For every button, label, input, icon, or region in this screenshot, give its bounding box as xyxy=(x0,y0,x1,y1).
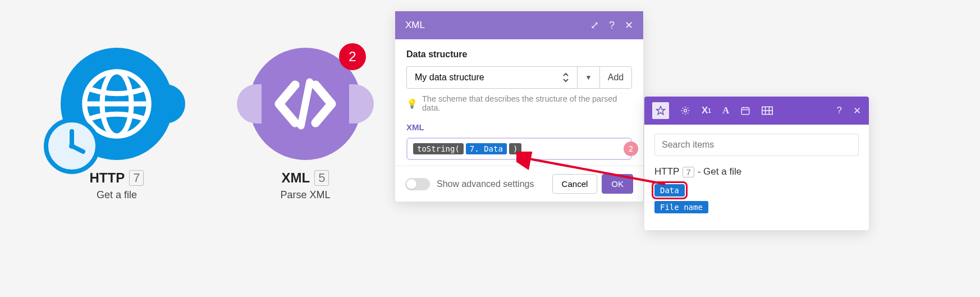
module-subtitle: Parse XML xyxy=(249,189,361,201)
svg-point-6 xyxy=(69,143,75,149)
ok-button[interactable]: OK xyxy=(602,174,633,194)
code-icon xyxy=(269,67,342,140)
source-app: HTTP xyxy=(654,166,679,177)
ds-selected-value: My data structure xyxy=(415,72,484,83)
ds-dropdown-button[interactable]: ▼ xyxy=(577,66,599,89)
badge-count: 2 xyxy=(339,43,366,70)
module-index: 5 xyxy=(314,170,329,186)
expr-badge: 2 xyxy=(624,141,638,156)
panel-mapper: X1 A ? ✕ HTTP 7 - Get a file Data File n… xyxy=(644,97,869,230)
xml-circle[interactable]: 2 xyxy=(249,48,361,160)
tab-text[interactable]: A xyxy=(722,105,729,116)
tab-star[interactable] xyxy=(652,102,669,119)
section-label: Data structure xyxy=(406,49,632,60)
panel-xml-config: XML ⤢ ? ✕ Data structure My data structu… xyxy=(395,11,643,202)
tab-date[interactable] xyxy=(740,106,750,116)
svg-rect-10 xyxy=(741,108,749,115)
calendar-icon xyxy=(740,106,750,116)
updown-icon xyxy=(562,72,569,83)
hint-text: The scheme that describes the structure … xyxy=(422,94,632,112)
module-title: XML xyxy=(282,170,310,186)
token-fn-close: ) xyxy=(509,143,521,154)
star-icon xyxy=(656,106,666,116)
pill-filename[interactable]: File name xyxy=(654,201,708,213)
module-xml[interactable]: 2 XML 5 Parse XML xyxy=(249,48,361,201)
bulb-icon: 💡 xyxy=(406,98,418,109)
ds-add-button[interactable]: Add xyxy=(599,66,632,89)
search-input[interactable] xyxy=(654,134,859,156)
cancel-button[interactable]: Cancel xyxy=(552,174,598,194)
source-label: - Get a file xyxy=(698,166,741,177)
clock-icon xyxy=(44,118,100,174)
tab-math[interactable]: X1 xyxy=(702,105,711,116)
svg-point-9 xyxy=(684,109,687,112)
table-icon xyxy=(762,106,773,115)
connector-out xyxy=(349,84,374,124)
expand-icon[interactable]: ⤢ xyxy=(590,19,599,31)
module-index: 7 xyxy=(129,170,144,186)
svg-marker-8 xyxy=(657,107,665,115)
module-subtitle: Get a file xyxy=(61,189,173,201)
source-index: 7 xyxy=(683,167,694,177)
tab-gear[interactable] xyxy=(680,106,690,116)
connector-in xyxy=(237,84,262,124)
svg-line-7 xyxy=(301,82,310,126)
token-fn-open: toString( xyxy=(413,143,464,154)
advanced-label: Show advanced settings xyxy=(437,179,534,189)
gear-icon xyxy=(680,106,690,116)
panel-title: XML xyxy=(405,20,425,31)
field-label-xml: XML xyxy=(406,122,632,132)
module-http[interactable]: HTTP 7 Get a file xyxy=(61,48,173,201)
pill-data[interactable]: Data xyxy=(654,184,685,197)
mapper-help-icon[interactable]: ? xyxy=(837,105,842,116)
close-icon[interactable]: ✕ xyxy=(625,19,633,31)
mapper-close-icon[interactable]: ✕ xyxy=(853,105,861,117)
connector-out xyxy=(161,84,185,124)
http-circle[interactable] xyxy=(61,48,173,160)
advanced-toggle[interactable] xyxy=(405,178,430,190)
data-structure-select[interactable]: My data structure xyxy=(406,66,577,89)
xml-expression-input[interactable]: toString( 7. Data ) 2 xyxy=(406,138,632,160)
help-icon[interactable]: ? xyxy=(609,20,615,31)
token-var: 7. Data xyxy=(466,143,507,154)
tab-array[interactable] xyxy=(762,106,773,115)
